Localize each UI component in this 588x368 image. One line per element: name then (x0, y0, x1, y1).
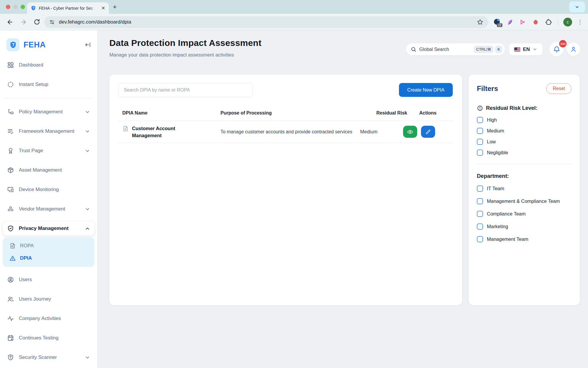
bookmark-star-icon[interactable] (477, 19, 484, 26)
filter-checkbox-low[interactable]: Low (477, 138, 572, 145)
tab-close-icon[interactable]: ✕ (101, 5, 105, 11)
policy-icon (7, 108, 14, 115)
package-icon (7, 167, 14, 174)
award-icon (7, 147, 14, 154)
checkbox[interactable] (477, 223, 483, 230)
browser-menu-icon[interactable]: ⋮ (577, 21, 583, 23)
sidebar-item-users-journey[interactable]: Users Journey (3, 292, 94, 306)
create-new-dpia-button[interactable]: Create New DPIA (399, 83, 453, 97)
filter-checkbox-compliance-team[interactable]: Compliance Team (477, 210, 572, 217)
new-tab-button[interactable]: + (113, 4, 117, 10)
back-button[interactable] (6, 19, 14, 26)
favicon-shield-icon (31, 5, 36, 11)
checkbox[interactable] (477, 117, 483, 123)
sidebar-item-users[interactable]: Users (3, 273, 94, 287)
dpia-purpose: To manage customer accounts and provide … (216, 128, 356, 135)
filter-checkbox-management-compliance-team[interactable]: Management & Compliance Team (477, 198, 572, 205)
sidebar-item-continues-testing[interactable]: Continues Testing (3, 331, 94, 345)
feather-extension-icon[interactable] (506, 18, 514, 26)
sidebar-collapse-button[interactable] (84, 41, 91, 48)
checkbox[interactable] (477, 185, 483, 192)
filter-checkbox-high[interactable]: High (477, 117, 572, 123)
strawberry-extension-icon[interactable] (532, 18, 539, 26)
filter-checkbox-medium[interactable]: Medium (477, 127, 572, 134)
brand-name: FEHA (24, 40, 84, 49)
sidebar-item-privacy-management[interactable]: Privacy Management (3, 221, 94, 236)
devices-icon (7, 186, 14, 193)
bell-icon (553, 46, 560, 53)
table-header-row: DPIA Name Purpose of Processing Residual… (118, 105, 453, 121)
extensions-puzzle-icon[interactable] (545, 18, 552, 26)
tab-strip: FEHA - Cyber Partner for Sec ✕ + (0, 0, 588, 14)
filter-checkbox-it-team[interactable]: IT Team (477, 185, 572, 192)
department-section-heading: Department: (477, 173, 572, 179)
sidebar-item-framework-management[interactable]: Framework Management (3, 124, 94, 138)
alert-triangle-icon (9, 255, 16, 261)
sidebar-item-asset-management[interactable]: Asset Management (3, 163, 94, 177)
checkbox[interactable] (477, 211, 483, 217)
site-info-icon[interactable] (49, 19, 55, 25)
sidebar-item-policy-management[interactable]: Policy Management (3, 105, 94, 119)
browser-profile-avatar[interactable]: c (563, 18, 572, 26)
sidebar-item-dpia[interactable]: DPIA (3, 252, 94, 264)
info-circle-icon (477, 105, 483, 111)
sidebar-item-trust-page[interactable]: Trust Page (3, 144, 94, 158)
dpia-table: DPIA Name Purpose of Processing Residual… (118, 105, 453, 143)
cubes-icon (7, 205, 14, 213)
address-bar[interactable]: dev.fehagrc.com/dashboard/dpia (44, 16, 488, 28)
global-search[interactable]: Global Search CTRL/⌘ K (406, 43, 505, 55)
browser-chrome: FEHA - Cyber Partner for Sec ✕ + dev.feh… (0, 0, 588, 30)
filters-panel: Filters Reset Residual Risk Level: High … (469, 74, 580, 305)
filter-checkbox-management-team[interactable]: Management Team (477, 236, 572, 243)
forward-button[interactable] (20, 19, 27, 26)
checkbox[interactable] (477, 236, 483, 242)
filters-divider (477, 164, 572, 164)
shield-question-icon (7, 354, 14, 361)
sidebar-item-vendor-management[interactable]: Vendor Management (3, 202, 94, 216)
extension-icon-dark[interactable]: 22 (493, 18, 501, 26)
sidebar: FEHA Dashboard Instant Setup Policy Mana… (0, 30, 98, 368)
filter-checkbox-negligible[interactable]: Negligible (477, 149, 572, 156)
risk-level-section-heading: Residual Risk Level: (477, 105, 572, 111)
dashboard-icon (7, 62, 14, 69)
sidebar-item-device-monitoring[interactable]: Device Monitoring (3, 183, 94, 197)
checkbox[interactable] (477, 150, 483, 156)
sidebar-item-instant-setup[interactable]: Instant Setup (3, 77, 94, 92)
tab-search-chevron-button[interactable] (569, 1, 585, 12)
pencil-icon (425, 129, 431, 135)
browser-tab[interactable]: FEHA - Cyber Partner for Sec ✕ (27, 2, 109, 14)
filters-title: Filters (477, 84, 498, 93)
view-dpia-button[interactable] (403, 126, 417, 138)
window-zoom-button[interactable] (21, 5, 25, 9)
reload-button[interactable] (34, 19, 40, 25)
window-minimize-button[interactable] (13, 5, 18, 9)
language-selector[interactable]: EN (509, 43, 542, 55)
sidebar-item-ropa[interactable]: ROPA (3, 240, 94, 252)
activity-icon (7, 315, 14, 322)
sidebar-item-dashboard[interactable]: Dashboard (3, 58, 94, 72)
sidebar-item-company-activities[interactable]: Company Activities (3, 311, 94, 326)
dpia-content-card: Create New DPIA DPIA Name Purpose of Pro… (109, 74, 462, 305)
window-close-button[interactable] (6, 5, 10, 9)
dpia-search-input[interactable] (118, 83, 253, 97)
play-extension-icon[interactable] (519, 18, 527, 26)
column-header-purpose: Purpose of Processing (216, 110, 372, 116)
calendar-plus-icon (7, 334, 14, 342)
checkbox[interactable] (477, 198, 483, 204)
notification-count-badge: 300 (559, 40, 567, 47)
toolbar-separator (558, 19, 558, 26)
checkbox[interactable] (477, 128, 483, 134)
sidebar-item-security-scanner[interactable]: Security Scanner (3, 350, 94, 364)
edit-dpia-button[interactable] (421, 126, 435, 138)
page-subtitle: Manage your data protection impact asses… (109, 52, 234, 58)
reset-filters-button[interactable]: Reset (546, 83, 572, 94)
dpia-residual-risk: Medium (356, 129, 399, 135)
browser-toolbar: dev.fehagrc.com/dashboard/dpia 22 (0, 14, 588, 30)
profile-button[interactable] (567, 43, 580, 56)
notifications-button[interactable]: 300 (549, 42, 564, 56)
checkbox[interactable] (477, 139, 483, 145)
chevron-down-icon (575, 5, 579, 9)
filter-checkbox-marketing[interactable]: Marketing (477, 223, 572, 230)
tab-title: FEHA - Cyber Partner for Sec (39, 6, 99, 11)
document-icon (9, 243, 16, 249)
